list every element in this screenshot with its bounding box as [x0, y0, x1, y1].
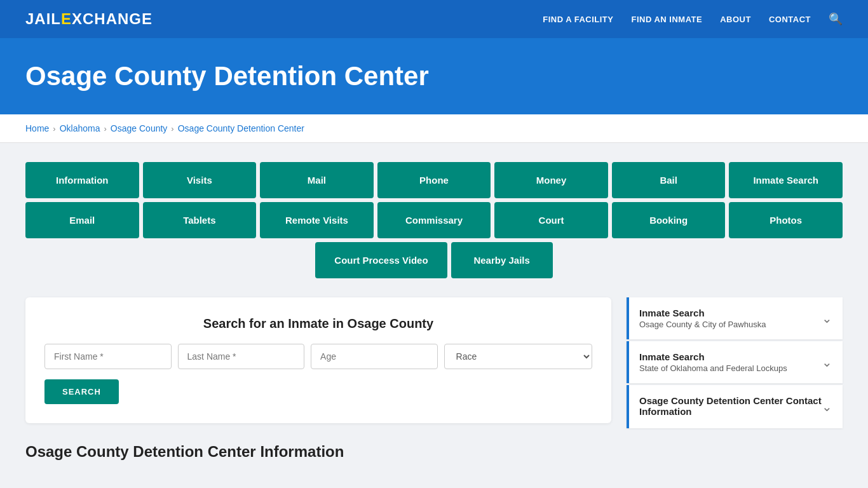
main-nav: FIND A FACILITY FIND AN INMATE ABOUT CON…: [543, 12, 843, 26]
btn-nearby-jails[interactable]: Nearby Jails: [451, 242, 553, 278]
breadcrumb-oklahoma[interactable]: Oklahoma: [60, 123, 100, 133]
search-panel: Search for an Inmate in Osage County Rac…: [25, 297, 611, 423]
sidebar-item-title-2: Inmate Search: [639, 351, 787, 362]
search-button[interactable]: SEARCH: [44, 379, 119, 404]
sidebar-item-contact-info[interactable]: Osage County Detention Center Contact In…: [627, 385, 843, 428]
nav-contact[interactable]: CONTACT: [769, 15, 811, 24]
main-content: Information Visits Mail Phone Money Bail…: [0, 143, 868, 480]
btn-money[interactable]: Money: [494, 162, 608, 198]
nav-find-inmate[interactable]: FIND AN INMATE: [631, 15, 702, 24]
sidebar-item-inmate-search-state[interactable]: Inmate Search State of Oklahoma and Fede…: [627, 341, 843, 383]
age-input[interactable]: [311, 344, 438, 369]
breadcrumb-osage-county[interactable]: Osage County: [111, 123, 168, 133]
bottom-section-title: Osage County Detention Center Informatio…: [25, 443, 843, 461]
btn-remote-visits[interactable]: Remote Visits: [260, 202, 374, 238]
logo-jail: JAIL: [25, 10, 61, 27]
race-select[interactable]: Race White Black Hispanic Asian Other: [444, 344, 592, 369]
sidebar-item-title-3: Osage County Detention Center Contact In…: [639, 395, 822, 417]
sidebar-item-inmate-search-local[interactable]: Inmate Search Osage County & City of Paw…: [627, 297, 843, 339]
chevron-down-icon-2: ⌄: [822, 355, 832, 370]
breadcrumb-sep-1: ›: [53, 124, 55, 133]
sidebar-item-title-1: Inmate Search: [639, 308, 766, 318]
btn-tablets[interactable]: Tablets: [143, 202, 257, 238]
breadcrumb-sep-2: ›: [104, 124, 107, 133]
last-name-input[interactable]: [178, 344, 305, 369]
nav-about[interactable]: ABOUT: [720, 15, 751, 24]
btn-information[interactable]: Information: [25, 162, 139, 198]
bottom-section: Osage County Detention Center Informatio…: [25, 443, 843, 461]
search-title: Search for an Inmate in Osage County: [44, 316, 592, 331]
sidebar-item-subtitle-1: Osage County & City of Pawhuska: [639, 320, 766, 329]
logo[interactable]: JAILEXCHANGE: [25, 10, 153, 28]
chevron-down-icon-3: ⌄: [822, 399, 832, 414]
btn-bail[interactable]: Bail: [612, 162, 726, 198]
page-title: Osage County Detention Center: [25, 61, 843, 92]
btn-inmate-search[interactable]: Inmate Search: [729, 162, 843, 198]
sidebar-item-subtitle-2: State of Oklahoma and Federal Lockups: [639, 363, 787, 373]
content-row: Search for an Inmate in Osage County Rac…: [25, 297, 843, 430]
nav-find-facility[interactable]: FIND A FACILITY: [543, 15, 613, 24]
btn-booking[interactable]: Booking: [612, 202, 726, 238]
logo-ex: E: [61, 10, 72, 27]
button-grid-row3: Court Process Video Nearby Jails: [25, 242, 843, 278]
breadcrumb-detention-center[interactable]: Osage County Detention Center: [178, 123, 304, 133]
sidebar: Inmate Search Osage County & City of Paw…: [627, 297, 843, 430]
breadcrumb-home[interactable]: Home: [25, 123, 49, 133]
btn-commissary[interactable]: Commissary: [377, 202, 491, 238]
search-fields: Race White Black Hispanic Asian Other: [44, 344, 592, 369]
chevron-down-icon-1: ⌄: [822, 311, 832, 326]
btn-photos[interactable]: Photos: [729, 202, 843, 238]
button-grid-row2: Email Tablets Remote Visits Commissary C…: [25, 202, 843, 238]
hero-section: Osage County Detention Center: [0, 38, 868, 114]
search-icon[interactable]: 🔍: [829, 12, 843, 26]
btn-mail[interactable]: Mail: [260, 162, 374, 198]
btn-court[interactable]: Court: [494, 202, 608, 238]
button-grid-row1: Information Visits Mail Phone Money Bail…: [25, 162, 843, 198]
btn-email[interactable]: Email: [25, 202, 139, 238]
logo-xchange: XCHANGE: [72, 10, 153, 27]
btn-phone[interactable]: Phone: [377, 162, 491, 198]
btn-court-process-video[interactable]: Court Process Video: [315, 242, 447, 278]
breadcrumb: Home › Oklahoma › Osage County › Osage C…: [0, 114, 868, 143]
btn-visits[interactable]: Visits: [143, 162, 257, 198]
header: JAILEXCHANGE FIND A FACILITY FIND AN INM…: [0, 0, 868, 38]
breadcrumb-sep-3: ›: [171, 124, 173, 133]
first-name-input[interactable]: [44, 344, 172, 369]
